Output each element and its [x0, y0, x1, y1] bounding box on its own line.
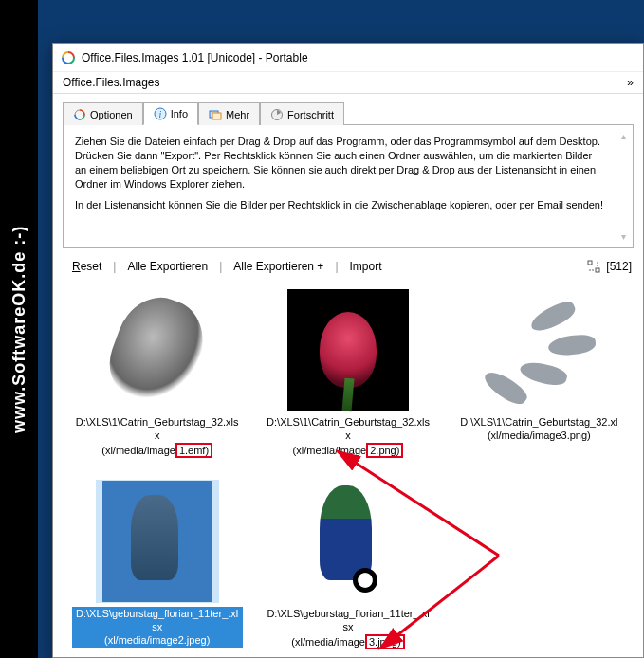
highlight-box: 3.jpeg) — [365, 634, 405, 649]
progress-icon — [270, 108, 284, 121]
highlight-box: 1.emf) — [175, 443, 212, 458]
thumbnail-image — [96, 480, 219, 603]
svg-rect-5 — [212, 113, 221, 119]
thumbnail-caption: D:\XLS\geburstag_florian_11ter_.xlsx (xl… — [263, 607, 433, 650]
list-item[interactable]: D:\XLS\geburstag_florian_11ter_.xlsx (xl… — [63, 476, 251, 657]
tab-mehr[interactable]: Mehr — [198, 102, 260, 125]
info-paragraph-1: Ziehen Sie die Dateien einfach per Drag … — [75, 135, 604, 191]
more-icon — [209, 108, 222, 121]
tab-label: Fortschritt — [287, 109, 334, 120]
svg-rect-7 — [588, 261, 592, 265]
watermark-text: www.SoftwareOK.de :-) — [9, 225, 29, 432]
thumbnail-caption: D:\XLS\1\Catrin_Geburtstag_32.xlsx (xl/m… — [263, 415, 433, 459]
thumbnail-image — [477, 288, 600, 411]
info-scrollbar[interactable]: ▴ ▾ — [617, 131, 629, 242]
action-toolbar: Reset | Alle Exportieren | Alle Exportie… — [53, 248, 643, 281]
tab-row: Optionen i Info Mehr — [63, 101, 634, 125]
thumbnail-caption: D:\XLS\1\Catrin_Geburtstag_32.xlsx (xl/m… — [72, 415, 243, 459]
separator: | — [109, 260, 120, 273]
thumbnail-caption: D:\XLS\1\Catrin_Geburtstag_32.xl (xl/med… — [458, 415, 619, 444]
svg-point-12 — [597, 265, 598, 266]
scroll-down-icon: ▾ — [621, 231, 626, 242]
tabs-area: Optionen i Info Mehr — [53, 94, 643, 248]
menubar: Office.Files.Images » — [53, 72, 643, 94]
info-text: Ziehen Sie die Dateien einfach per Drag … — [75, 135, 621, 212]
options-icon — [73, 108, 86, 121]
svg-point-9 — [589, 269, 591, 271]
thumbnail-image — [96, 288, 219, 411]
list-item[interactable]: D:\XLS\1\Catrin_Geburtstag_32.xlsx (xl/m… — [253, 284, 442, 474]
list-item[interactable]: D:\XLS\1\Catrin_Geburtstag_32.xlsx (xl/m… — [63, 284, 251, 474]
thumbnail-caption: D:\XLS\geburstag_florian_11ter_.xlsx (xl… — [72, 607, 243, 648]
separator: | — [331, 260, 341, 273]
thumbnail-grid: D:\XLS\1\Catrin_Geburtstag_32.xlsx (xl/m… — [53, 281, 643, 657]
tab-label: Info — [171, 108, 188, 119]
tab-label: Mehr — [226, 109, 249, 120]
tab-fortschritt[interactable]: Fortschritt — [260, 102, 344, 125]
info-paragraph-2: In der Listenansicht können Sie die Bild… — [75, 198, 604, 212]
svg-point-11 — [597, 262, 598, 264]
svg-point-10 — [592, 269, 594, 271]
info-icon: i — [154, 107, 167, 120]
thumbnail-image — [286, 480, 410, 603]
window-title: Office.Files.Images 1.01 [Unicode] - Por… — [82, 51, 308, 64]
menu-more-indicator[interactable]: » — [627, 76, 634, 89]
menu-app-name[interactable]: Office.Files.Images — [63, 76, 159, 89]
scroll-up-icon: ▴ — [621, 131, 626, 141]
app-icon — [61, 50, 76, 65]
highlight-box: 2.png) — [366, 443, 403, 458]
thumbnail-size-value: [512] — [606, 260, 632, 273]
list-item[interactable]: D:\XLS\geburstag_florian_11ter_.xlsx (xl… — [253, 476, 442, 657]
export-all-plus-button[interactable]: Alle Exportieren + — [226, 258, 331, 275]
watermark-sidebar: www.SoftwareOK.de :-) — [0, 0, 38, 658]
svg-text:i: i — [158, 109, 161, 119]
reset-button[interactable]: Reset — [64, 258, 109, 275]
titlebar: Office.Files.Images 1.01 [Unicode] - Por… — [53, 44, 643, 72]
app-window: Office.Files.Images 1.01 [Unicode] - Por… — [52, 43, 644, 658]
tab-info[interactable]: i Info — [143, 102, 198, 125]
tab-optionen[interactable]: Optionen — [63, 102, 143, 125]
export-all-button[interactable]: Alle Exportieren — [120, 258, 215, 275]
thumbnail-image — [286, 288, 410, 411]
svg-rect-8 — [596, 268, 599, 272]
import-button[interactable]: Import — [342, 258, 390, 275]
thumbnail-size-icon[interactable] — [587, 260, 600, 273]
info-panel: Ziehen Sie die Dateien einfach per Drag … — [63, 125, 634, 248]
separator: | — [215, 260, 226, 273]
tab-label: Optionen — [90, 109, 133, 120]
list-item[interactable]: D:\XLS\1\Catrin_Geburtstag_32.xl (xl/med… — [445, 284, 634, 474]
